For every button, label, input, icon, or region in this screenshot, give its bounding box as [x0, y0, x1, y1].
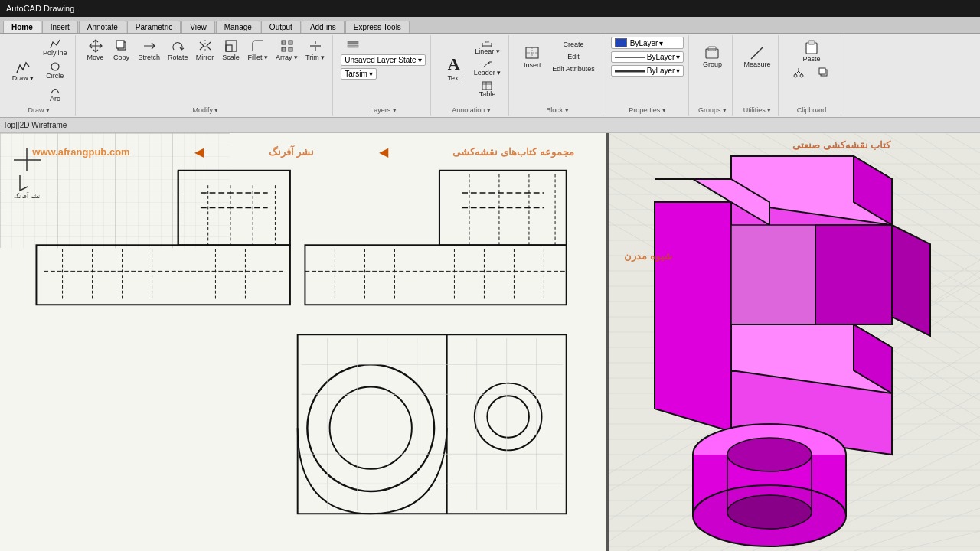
layers-group-label: Layers ▾ — [370, 106, 397, 114]
draw-button[interactable]: Draw ▾ — [8, 51, 38, 90]
svg-rect-34 — [808, 41, 815, 44]
trim-button[interactable]: Trim ▾ — [302, 37, 328, 63]
utilities-group-label: Utilities ▾ — [743, 106, 772, 114]
tab-output[interactable]: Output — [261, 21, 301, 33]
svg-marker-179 — [731, 225, 815, 324]
svg-marker-178 — [815, 225, 892, 324]
svg-point-0 — [51, 63, 59, 70]
group-properties: ByLayer ▾ ByLayer ▾ ByLayer ▾ Properties… — [606, 35, 690, 116]
linetype-bylayer-label: ByLayer — [647, 53, 675, 61]
svg-rect-7 — [289, 41, 292, 44]
rotate-icon — [170, 38, 185, 54]
insert-label: Insert — [524, 61, 541, 69]
svg-point-83 — [475, 383, 542, 451]
polyline-button[interactable]: Polyline — [40, 37, 70, 58]
stretch-label: Stretch — [139, 54, 161, 61]
linetype-dropdown[interactable]: ByLayer ▾ — [611, 51, 684, 63]
text-button[interactable]: A Text — [439, 48, 469, 88]
tab-manage[interactable]: Manage — [216, 21, 260, 33]
edit-attributes-label: Edit Attributes — [552, 65, 595, 73]
tab-view[interactable]: View — [181, 21, 215, 33]
insert-button[interactable]: Insert — [517, 37, 547, 77]
linear-label: Linear ▾ — [475, 47, 500, 55]
svg-rect-13 — [348, 41, 358, 44]
arc-label: Arc — [50, 95, 60, 103]
scale-label: Scale — [222, 54, 240, 61]
tab-home[interactable]: Home — [3, 21, 41, 33]
group-button[interactable]: Group — [697, 37, 727, 77]
tab-addins[interactable]: Add-ins — [302, 21, 345, 33]
color-dropdown[interactable]: ByLayer ▾ — [611, 37, 684, 49]
group-block: Insert Create Edit Edit Attributes Block… — [512, 35, 603, 116]
tab-express[interactable]: Express Tools — [345, 21, 410, 33]
rotate-button[interactable]: Rotate — [165, 37, 191, 63]
copy-button[interactable]: Copy — [109, 37, 134, 63]
paste-button[interactable]: Paste — [799, 37, 824, 64]
copy-clipboard-button[interactable] — [812, 66, 836, 80]
create-block-button[interactable]: Create — [549, 39, 598, 50]
copy-label: Copy — [113, 54, 129, 61]
svg-point-81 — [307, 364, 434, 491]
leader-label: Leader ▾ — [474, 69, 501, 77]
group-clipboard: Paste Clipboard — [782, 35, 841, 116]
stretch-icon — [142, 38, 157, 54]
lineweight-dropdown[interactable]: ByLayer ▾ — [611, 65, 684, 77]
svg-rect-8 — [282, 47, 286, 51]
svg-rect-53 — [36, 245, 290, 305]
table-button[interactable]: Table — [471, 80, 505, 99]
view-name: Top][2D Wireframe — [3, 121, 67, 129]
tab-annotate[interactable]: Annotate — [79, 21, 126, 33]
lineweight-bylayer-label: ByLayer — [647, 67, 675, 75]
tab-insert[interactable]: Insert — [42, 21, 78, 33]
draw-group-label: Draw ▾ — [28, 106, 51, 114]
measure-label: Measure — [743, 60, 770, 68]
group-annotation: A Text dim Linear ▾ Leader ▾ Table — [434, 35, 510, 116]
svg-rect-6 — [282, 41, 286, 44]
groups-group-label: Groups ▾ — [698, 106, 727, 114]
cut-button[interactable] — [786, 66, 811, 80]
svg-rect-5 — [226, 41, 237, 51]
svg-rect-39 — [819, 68, 825, 74]
viewport-3d[interactable]: شیوه مدرن کتاب نقشه‌کشی صنعتی — [609, 133, 980, 551]
linear-button[interactable]: dim Linear ▾ — [471, 37, 505, 57]
block-group-label: Block ▾ — [546, 106, 569, 114]
polyline-icon — [50, 38, 60, 49]
svg-rect-4 — [226, 45, 232, 51]
block-row: Insert Create Edit Edit Attributes — [517, 37, 598, 77]
mirror-button[interactable]: Mirror — [193, 37, 217, 63]
modify-row-1: Move Copy Stretch — [83, 37, 328, 63]
svg-text:dim: dim — [485, 40, 490, 44]
svg-marker-167 — [655, 202, 731, 432]
layer-props-button[interactable] — [341, 37, 365, 52]
arc-icon — [50, 84, 60, 95]
arc-button[interactable]: Arc — [40, 83, 70, 104]
circle-button[interactable]: Circle — [40, 60, 70, 81]
iso-grid: شیوه مدرن کتاب نقشه‌کشی صنعتی — [609, 133, 980, 551]
cursor-indicator: نشر آفرنگ — [14, 148, 37, 194]
layer-state-dropdown[interactable]: Unsaved Layer State ▾ — [341, 54, 425, 66]
annotation-row: A Text dim Linear ▾ Leader ▾ Table — [439, 37, 505, 99]
measure-button[interactable]: Measure — [740, 37, 773, 77]
layer-name-dropdown[interactable]: Tarsim ▾ — [341, 68, 376, 80]
modify-group-label: Modify ▾ — [192, 106, 218, 114]
draw-label: Draw ▾ — [12, 74, 34, 82]
stretch-button[interactable]: Stretch — [136, 37, 164, 63]
paste-label: Paste — [802, 55, 820, 63]
edit-block-button[interactable]: Edit — [549, 51, 598, 62]
edit-label: Edit — [567, 53, 580, 60]
edit-attributes-button[interactable]: Edit Attributes — [549, 64, 598, 74]
scale-button[interactable]: Scale — [219, 37, 243, 63]
array-button[interactable]: Array ▾ — [273, 37, 301, 63]
tab-parametric[interactable]: Parametric — [127, 21, 181, 33]
ribbon: Draw ▾ Polyline Circle — [0, 34, 980, 118]
canvas-area: www.afrangpub.com ◀ نشر آفرنگ ◀ مجموعه ک… — [0, 133, 980, 551]
viewport-2d[interactable]: www.afrangpub.com ◀ نشر آفرنگ ◀ مجموعه ک… — [0, 133, 609, 551]
fillet-label: Fillet ▾ — [248, 54, 269, 61]
move-button[interactable]: Move — [83, 37, 108, 63]
color-swatch — [615, 38, 627, 47]
array-label: Array ▾ — [276, 54, 298, 61]
ribbon-main: Draw ▾ Polyline Circle — [0, 34, 980, 117]
fillet-button[interactable]: Fillet ▾ — [245, 37, 272, 63]
layer-state-value: Unsaved Layer State — [345, 56, 416, 64]
leader-button[interactable]: Leader ▾ — [471, 58, 505, 78]
